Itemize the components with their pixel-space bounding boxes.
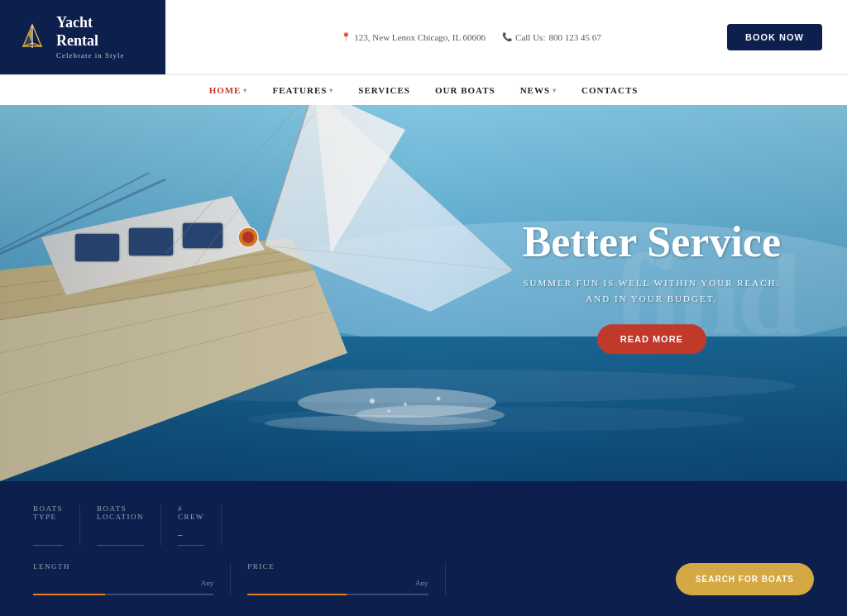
price-label: PRICE	[247, 562, 428, 571]
phone-icon: 📞	[502, 32, 512, 41]
hero-section: find Better Service SUMMER FUN IS WELL W…	[0, 105, 847, 481]
search-boats-button[interactable]: SEARCH FOR BOATS	[676, 563, 814, 595]
hero-content: Better Service SUMMER FUN IS WELL WITHIN…	[523, 218, 781, 355]
boats-type-value[interactable]	[33, 529, 63, 546]
boats-type-label: BOATS TYPE	[33, 504, 63, 521]
nav-item-news[interactable]: NEWS ▾	[520, 85, 557, 95]
address-contact: 📍 123, New Lenox Chicago, IL 60606	[341, 32, 486, 42]
logo-subtitle: Celebrate in Style	[56, 51, 124, 60]
price-slider[interactable]	[247, 594, 428, 595]
boats-location-value[interactable]	[97, 529, 144, 546]
nav-item-contacts[interactable]: CONTACTS	[581, 85, 638, 95]
header-contact: 📍 123, New Lenox Chicago, IL 60606 📞 Cal…	[341, 32, 601, 42]
logo[interactable]: Yacht Rental Celebrate in Style	[0, 0, 165, 74]
phone-label: Call Us:	[515, 32, 545, 42]
location-icon: 📍	[341, 32, 351, 41]
chevron-down-icon: ▾	[329, 87, 333, 94]
chevron-down-icon: ▾	[553, 87, 557, 94]
header: Yacht Rental Celebrate in Style 📍 123, N…	[0, 0, 847, 74]
crew-label: # CREW	[178, 504, 204, 521]
length-slider[interactable]	[33, 594, 213, 595]
chevron-down-icon: ▾	[243, 87, 247, 94]
logo-text: Yacht Rental Celebrate in Style	[56, 14, 124, 60]
read-more-button[interactable]: READ MORE	[597, 325, 706, 355]
length-field: LENGTH Any	[33, 562, 231, 595]
price-field: PRICE Any	[231, 562, 445, 595]
main-nav: HOME ▾ FEATURES ▾ SERVICES OUR BOATS NEW…	[0, 74, 847, 105]
price-value: Any	[415, 579, 428, 587]
logo-icon	[17, 21, 48, 53]
boats-location-field[interactable]: BOATS LOCATION	[80, 504, 161, 546]
crew-field[interactable]: # CREW –	[161, 504, 222, 546]
nav-item-our-boats[interactable]: OUR BOATS	[435, 85, 495, 95]
address-text: 123, New Lenox Chicago, IL 60606	[354, 32, 486, 42]
hero-subtitle: SUMMER FUN IS WELL WITHIN YOUR REACH. AN…	[523, 275, 781, 308]
boats-location-label: BOATS LOCATION	[97, 504, 144, 521]
nav-item-features[interactable]: FEATURES ▾	[272, 85, 333, 95]
phone-number: 800 123 45 67	[548, 32, 601, 42]
nav-item-services[interactable]: SERVICES	[358, 85, 410, 95]
hero-title: Better Service	[523, 218, 781, 265]
book-now-button[interactable]: BOOK NOW	[727, 24, 822, 50]
boats-type-field[interactable]: BOATS TYPE	[33, 504, 80, 546]
search-panel-row2: LENGTH Any PRICE Any SEARCH FOR BOATS	[0, 562, 847, 616]
nav-item-home[interactable]: HOME ▾	[209, 85, 248, 95]
logo-title: Yacht Rental	[56, 14, 124, 50]
search-panel: BOATS TYPE BOATS LOCATION # CREW –	[0, 481, 847, 571]
search-button-area: SEARCH FOR BOATS	[659, 563, 814, 595]
crew-value[interactable]: –	[178, 529, 204, 546]
phone-contact: 📞 Call Us: 800 123 45 67	[502, 32, 601, 42]
length-value: Any	[201, 579, 214, 587]
length-label: LENGTH	[33, 562, 213, 571]
